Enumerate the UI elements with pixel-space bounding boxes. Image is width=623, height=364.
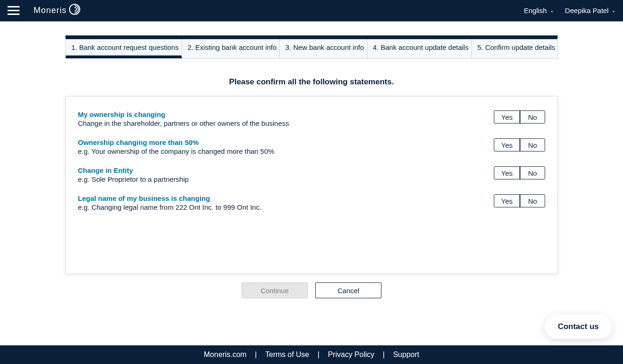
step-1[interactable]: 1. Bank account request questions	[66, 39, 182, 58]
yesno-toggle: Yes No	[494, 110, 545, 124]
footer-link-privacy[interactable]: Privacy Policy	[328, 350, 374, 359]
swirl-icon	[68, 2, 82, 16]
user-menu[interactable]: Deepika Patel ⌄	[565, 7, 616, 14]
yesno-toggle: Yes No	[494, 194, 545, 207]
separator: |	[255, 350, 257, 359]
stepper: 1. Bank account request questions 2. Exi…	[65, 35, 558, 59]
instruction-text: Please confirm all the following stateme…	[65, 77, 558, 87]
separator: |	[383, 350, 385, 359]
questions-card: My ownership is changing Change in the s…	[65, 96, 558, 274]
yes-button[interactable]: Yes	[494, 167, 519, 179]
question-desc: Change in the shareholder, partners or o…	[78, 119, 475, 127]
question-row: My ownership is changing Change in the s…	[78, 110, 545, 127]
yes-button[interactable]: Yes	[494, 111, 519, 123]
question-row: Ownership changing more than 50% e.g. Yo…	[78, 138, 545, 155]
contact-us-button[interactable]: Contact us	[545, 315, 612, 339]
step-label: 1. Bank account request questions	[71, 43, 179, 51]
brand-logo[interactable]: Moneris	[34, 4, 82, 18]
yes-button[interactable]: Yes	[494, 139, 519, 151]
no-button[interactable]: No	[519, 139, 545, 151]
question-row: Legal name of my business is changing e.…	[78, 194, 545, 211]
footer-link-support[interactable]: Support	[393, 350, 419, 359]
question-title: Legal name of my business is changing	[78, 194, 475, 202]
step-5[interactable]: 5. Confirm update details	[472, 39, 558, 58]
step-label: 2. Existing bank account info	[187, 43, 277, 51]
step-label: 4. Bank account update details	[373, 43, 469, 51]
question-row: Change in Entity e.g. Sole Proprietor to…	[78, 166, 545, 183]
no-button[interactable]: No	[519, 167, 545, 179]
footer-link-moneris[interactable]: Moneris.com	[204, 350, 247, 359]
cancel-button[interactable]: Cancel	[315, 282, 381, 298]
yesno-toggle: Yes No	[494, 138, 545, 151]
question-desc: e.g. Your ownership of the company is ch…	[78, 147, 475, 155]
no-button[interactable]: No	[519, 195, 545, 207]
question-title: Ownership changing more than 50%	[78, 138, 475, 146]
brand-text: Moneris	[34, 6, 67, 15]
step-2[interactable]: 2. Existing bank account info	[182, 39, 280, 58]
step-label: 3. New bank account info	[285, 43, 364, 51]
menu-icon[interactable]	[7, 6, 20, 15]
question-desc: e.g. Changing legal name from 222 Ont In…	[78, 203, 475, 211]
yesno-toggle: Yes No	[494, 166, 545, 179]
step-4[interactable]: 4. Bank account update details	[367, 39, 472, 58]
continue-button[interactable]: Continue	[242, 282, 308, 298]
question-desc: e.g. Sole Proprietor to a partnership	[78, 175, 475, 183]
header-bar: Moneris English ⌄ Deepika Patel ⌄	[0, 0, 623, 21]
chevron-down-icon: ⌄	[550, 7, 554, 14]
footer: Moneris.com | Terms of Use | Privacy Pol…	[0, 345, 623, 364]
language-selector[interactable]: English ⌄	[524, 7, 554, 14]
user-name: Deepika Patel	[565, 7, 609, 14]
separator: |	[318, 350, 319, 359]
language-label: English	[524, 7, 547, 14]
step-3[interactable]: 3. New bank account info	[280, 39, 367, 58]
question-title: Change in Entity	[78, 166, 475, 174]
footer-link-terms[interactable]: Terms of Use	[265, 350, 309, 359]
question-title: My ownership is changing	[78, 110, 475, 118]
step-label: 5. Confirm update details	[478, 43, 555, 51]
button-row: Continue Cancel	[65, 282, 558, 298]
chevron-down-icon: ⌄	[611, 7, 616, 14]
yes-button[interactable]: Yes	[494, 195, 519, 207]
no-button[interactable]: No	[519, 111, 545, 123]
